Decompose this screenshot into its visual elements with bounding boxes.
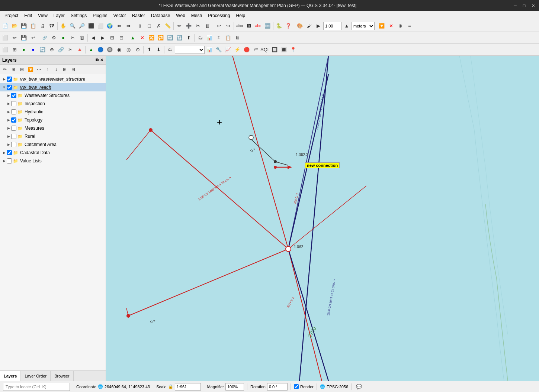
menu-edit[interactable]: Edit [21,12,35,19]
tb2-btn23[interactable]: Σ [214,33,223,42]
print-btn[interactable]: 🖨 [38,22,47,30]
tb2-btn4[interactable]: ↩ [29,33,38,42]
layer-item-hydraulic[interactable]: ▶ 📁 Hydraulic [0,108,106,116]
layer-checkbox-cadastral-data[interactable] [7,150,12,155]
tb2-btn16[interactable]: 🔀 [147,33,156,42]
help-btn[interactable]: ❓ [284,22,293,30]
layer-item-rural[interactable]: ▶ 📁 Rural [0,132,106,140]
expand-ws[interactable]: ▶ [6,93,11,98]
tb2-btn15[interactable]: ✕ [138,33,147,42]
tb3-btn16[interactable]: ⬆ [145,45,154,54]
tb2-btn13[interactable]: ⊟ [117,33,126,42]
magnifier-status-input[interactable] [225,383,244,391]
menu-view[interactable]: View [35,12,51,19]
layer-item-catchment-area[interactable]: ▶ 📁 Catchment Area [0,140,106,149]
tb3-btn1[interactable]: ⬜ [1,45,10,54]
layer-remove-btn[interactable]: ⊟ [18,66,26,73]
tb3-btn6[interactable]: ⊕ [47,45,56,54]
tb3-btn14[interactable]: ◎ [124,45,133,54]
layer-item-cadastral-data[interactable]: ▶ 📁 Cadastral Data [0,149,106,157]
label3-btn[interactable]: abc [254,22,263,30]
tb3-btn27[interactable]: 🔳 [279,45,288,54]
expand-inspection[interactable]: ▶ [6,101,11,106]
tb3-btn19[interactable]: 📊 [205,45,214,54]
zoom-in-btn[interactable]: 🔍 [68,22,77,30]
select-btn[interactable]: ◻ [145,22,154,30]
layer-checkbox-topology[interactable] [11,117,16,123]
label2-btn[interactable]: 🅰 [244,22,253,30]
layer-checkbox-inspection[interactable] [11,101,16,106]
tb2-btn2[interactable]: ✏ [10,33,19,42]
style3-btn[interactable]: ▶ [314,22,323,30]
expand-measures[interactable]: ▶ [6,126,11,131]
layer-collapse-btn[interactable]: ⊟ [69,66,77,73]
zoom-out-btn[interactable]: 🔎 [77,22,86,30]
tb3-btn8[interactable]: ✂ [66,45,75,54]
tb3-btn21[interactable]: 📈 [224,45,232,54]
layer-filter-btn[interactable]: 🔽 [26,66,35,73]
layer-checkbox-vw-tww-reach[interactable] [7,85,12,90]
layer-item-vw-tww-reach[interactable]: ▼ 📁 vw_tww_reach [0,83,106,91]
scale-input[interactable] [175,383,201,391]
tb2-btn8[interactable]: ✂ [68,33,77,42]
layer-item-wastewater-structures[interactable]: ▶ 📁 Wastewater Structures [0,91,106,100]
cross-btn[interactable]: ✕ [386,22,395,30]
more-btn[interactable]: ⊕ [396,22,405,30]
tb3-btn11[interactable]: 🔵 [96,45,105,54]
tb3-btn28[interactable]: 📍 [289,45,298,54]
tb2-btn19[interactable]: 🔃 [175,33,184,42]
style2-btn[interactable]: 🖌 [305,22,314,30]
delete-btn[interactable]: 🗑 [203,22,212,30]
magnifier-input[interactable] [323,22,342,30]
tb2-btn24[interactable]: 📋 [224,33,232,42]
layer-checkbox-wastewater-structures[interactable] [11,93,16,98]
expand-cadastral[interactable]: ▶ [1,150,7,155]
expand-rural[interactable]: ▶ [6,134,11,139]
rotation-input[interactable] [267,383,288,391]
tb3-btn26[interactable]: 🔲 [270,45,279,54]
expand-icon2[interactable]: ▼ [1,85,7,90]
python-btn[interactable]: 🐍 [275,22,283,30]
zoom-last-btn[interactable]: ⬅ [115,22,123,30]
expand-valuelists[interactable]: ▶ [1,158,7,163]
layers-float-icon[interactable]: ⧉ [96,58,99,62]
menu-web[interactable]: Web [173,12,188,19]
filter-btn[interactable]: 🔽 [377,22,386,30]
zoom-rubber-btn[interactable]: ⬛ [87,22,96,30]
tab-browser[interactable]: Browser [51,371,73,381]
menu-layer[interactable]: Layer [51,12,68,19]
expand-topology[interactable]: ▶ [6,117,11,123]
tb3-btn10[interactable]: ▲ [87,45,96,54]
pan-btn[interactable]: ✋ [59,22,68,30]
expand-icon[interactable]: ▶ [1,77,7,82]
zoom-layer-btn[interactable]: ⬜ [96,22,105,30]
layer-item-measures[interactable]: ▶ 📁 Measures [0,124,106,132]
tb3-btn18[interactable]: 🗂 [166,45,174,54]
render-checkbox[interactable] [294,384,299,389]
deselect-btn[interactable]: ✗ [154,22,163,30]
add-feature-btn[interactable]: ➕ [184,22,193,30]
menu-plugins[interactable]: Plugins [90,12,110,19]
layer-checkbox-rural[interactable] [11,134,16,139]
tb2-btn21[interactable]: 🗂 [196,33,205,42]
tb2-btn11[interactable]: ▶ [98,33,107,42]
tb2-btn12[interactable]: ⊞ [108,33,116,42]
map-area[interactable]: 1.062.2 U > 1.062 U > 1000 CS 1989 945.4… [106,56,539,381]
tb3-btn4[interactable]: ● [29,45,38,54]
tb3-btn15[interactable]: ⊙ [133,45,142,54]
layer-item-value-lists[interactable]: ▶ 📁 Value Lists [0,157,106,165]
menu-help[interactable]: Help [233,12,248,19]
tb3-btn12[interactable]: 🔘 [105,45,114,54]
layer-checkbox-hydraulic[interactable] [11,109,16,114]
print-layout-btn[interactable]: 🗺 [47,22,56,30]
undo-btn[interactable]: ↩ [214,22,223,30]
tb3-btn17[interactable]: ⬇ [154,45,163,54]
layers-close-icon[interactable]: ✕ [100,58,103,62]
label-btn[interactable]: abc [235,22,244,30]
tb2-btn10[interactable]: ◀ [89,33,98,42]
tb2-btn9[interactable]: 🗑 [77,33,86,42]
save-as-btn[interactable]: 📋 [29,22,38,30]
tb3-btn7[interactable]: 🔗 [57,45,65,54]
tb2-btn18[interactable]: 🔄 [166,33,174,42]
tb3-btn3[interactable]: ● [19,45,28,54]
